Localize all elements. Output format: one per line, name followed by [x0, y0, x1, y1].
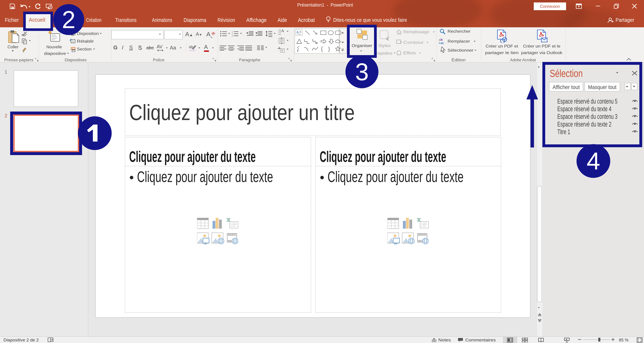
svg-text:2: 2 — [232, 33, 233, 35]
svg-text:1: 1 — [232, 31, 233, 33]
svg-text:3: 3 — [232, 35, 233, 37]
svg-text:A: A — [206, 31, 210, 38]
svg-text:b: b — [441, 38, 443, 41]
svg-text:a: a — [439, 38, 440, 41]
svg-text:A: A — [281, 28, 284, 33]
svg-text:A: A — [297, 30, 299, 34]
svg-text:ac: ac — [440, 41, 444, 44]
